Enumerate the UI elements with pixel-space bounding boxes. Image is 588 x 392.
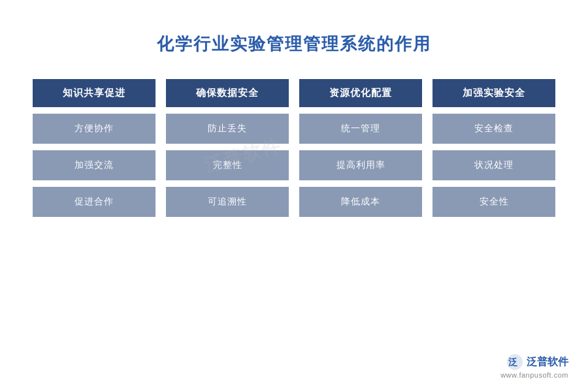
column-3: 资源优化配置 统一管理 提高利用率 降低成本 (299, 79, 422, 217)
logo-brand: 泛 泛普软件 (506, 353, 568, 371)
column-3-item-1: 统一管理 (299, 114, 422, 144)
page-wrapper: 化学行业实验管理管理系统的作用 知识共享促进 方便协作 加强交流 促进合作 确保… (0, 0, 588, 392)
column-1-item-1: 方便协作 (33, 114, 155, 144)
logo-icon: 泛 (506, 353, 524, 371)
column-3-item-2: 提高利用率 (299, 150, 422, 180)
page-title: 化学行业实验管理管理系统的作用 (157, 33, 431, 56)
svg-text:泛: 泛 (508, 357, 518, 367)
column-1-item-2: 加强交流 (33, 150, 155, 180)
logo-area: 泛 泛普软件 www.fanpusoft.com (500, 353, 568, 379)
column-1-item-3: 促进合作 (33, 187, 155, 217)
logo-url: www.fanpusoft.com (500, 371, 568, 379)
column-4-item-1: 安全检查 (433, 114, 555, 144)
column-3-item-3: 降低成本 (299, 187, 422, 217)
column-2: 确保数据安全 防止丢失 完整性 可追溯性 泛普软件 (166, 79, 289, 217)
column-1: 知识共享促进 方便协作 加强交流 促进合作 (33, 79, 155, 217)
column-4-item-3: 安全性 (433, 187, 555, 217)
column-4-item-2: 状况处理 (433, 150, 555, 180)
column-1-header: 知识共享促进 (33, 79, 155, 107)
column-2-item-3: 可追溯性 (166, 187, 289, 217)
column-4: 加强实验安全 安全检查 状况处理 安全性 (433, 79, 555, 217)
columns-container: 知识共享促进 方便协作 加强交流 促进合作 确保数据安全 防止丢失 完整性 可追… (33, 79, 555, 217)
logo-text: 泛普软件 (527, 355, 568, 369)
column-4-header: 加强实验安全 (433, 79, 555, 107)
column-3-header: 资源优化配置 (299, 79, 422, 107)
column-2-item-1: 防止丢失 (166, 114, 289, 144)
column-2-header: 确保数据安全 (166, 79, 289, 107)
column-2-item-2: 完整性 (166, 150, 289, 180)
